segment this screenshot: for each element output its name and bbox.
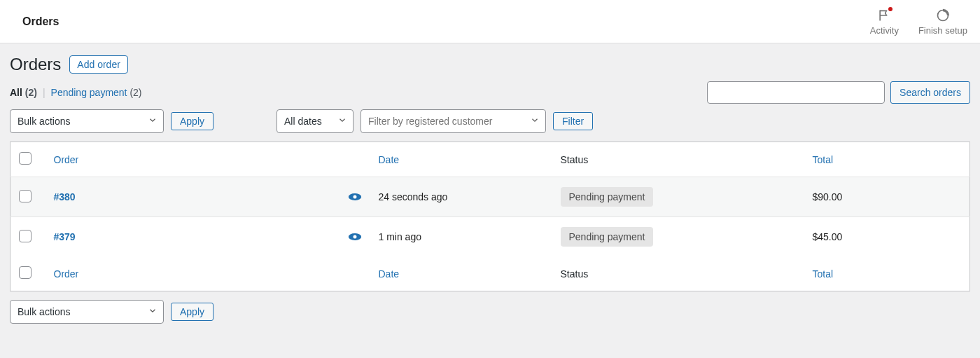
filter-all[interactable]: All (2) — [10, 87, 37, 98]
svg-point-4 — [353, 235, 356, 239]
date-filter-select[interactable]: All dates — [276, 109, 354, 133]
finish-setup-button[interactable]: Finish setup — [918, 8, 967, 36]
chevron-down-icon — [148, 116, 158, 128]
top-bar-actions: Activity Finish setup — [870, 8, 967, 36]
header-order[interactable]: Order — [46, 142, 340, 177]
add-order-button[interactable]: Add order — [69, 55, 127, 74]
select-all-checkbox[interactable] — [19, 152, 31, 165]
bulk-actions-select[interactable]: Bulk actions — [10, 109, 164, 133]
status-badge: Pending payment — [561, 227, 654, 247]
header-total[interactable]: Total — [804, 142, 970, 177]
chevron-down-icon — [530, 116, 540, 128]
preview-icon[interactable] — [348, 193, 362, 201]
footer-total[interactable]: Total — [804, 256, 970, 291]
footer-order[interactable]: Order — [46, 256, 340, 291]
select-all-checkbox-footer[interactable] — [19, 266, 31, 279]
footer-status: Status — [552, 256, 804, 291]
preview-icon[interactable] — [348, 233, 362, 241]
header-status: Status — [552, 142, 804, 177]
top-controls: Bulk actions Apply All dates Filter by r… — [10, 109, 970, 133]
search-group: Search orders — [707, 81, 970, 104]
svg-point-2 — [353, 195, 356, 199]
order-total: $90.00 — [804, 177, 970, 217]
apply-bulk-button-bottom[interactable]: Apply — [171, 303, 214, 321]
chevron-down-icon — [337, 116, 347, 128]
apply-bulk-button[interactable]: Apply — [171, 112, 214, 130]
top-bar: Orders Activity Finish setup — [0, 0, 980, 43]
header-date[interactable]: Date — [370, 142, 552, 177]
customer-filter-select[interactable]: Filter by registered customer — [360, 109, 546, 133]
bottom-controls: Bulk actions Apply — [10, 300, 970, 324]
search-orders-button[interactable]: Search orders — [890, 81, 970, 104]
order-date: 1 min ago — [370, 217, 552, 257]
order-link[interactable]: #379 — [54, 231, 76, 242]
filter-button[interactable]: Filter — [553, 112, 593, 130]
search-input[interactable] — [707, 81, 885, 104]
chevron-down-icon — [148, 306, 158, 318]
progress-circle-icon — [936, 8, 950, 23]
activity-label: Activity — [870, 25, 899, 36]
order-link[interactable]: #380 — [54, 191, 76, 202]
page-title: Orders — [10, 55, 61, 74]
row-checkbox[interactable] — [19, 230, 31, 242]
footer-date[interactable]: Date — [370, 256, 552, 291]
bulk-actions-select-bottom[interactable]: Bulk actions — [10, 300, 164, 324]
order-total: $45.00 — [804, 217, 970, 257]
table-row: #380 24 seconds ago Pending payment $90.… — [10, 177, 970, 217]
row-checkbox[interactable] — [19, 190, 31, 202]
order-date: 24 seconds ago — [370, 177, 552, 217]
finish-setup-label: Finish setup — [918, 25, 967, 36]
filter-pending[interactable]: Pending payment (2) — [51, 87, 142, 98]
top-bar-title: Orders — [13, 15, 59, 28]
orders-table: Order Date Status Total #380 24 seconds … — [10, 142, 970, 291]
page-heading-row: Orders Add order — [10, 55, 970, 74]
table-row: #379 1 min ago Pending payment $45.00 — [10, 217, 970, 257]
activity-button[interactable]: Activity — [870, 8, 899, 36]
status-filter-tabs: All (2) | Pending payment (2) — [10, 87, 142, 98]
flag-icon — [877, 8, 891, 23]
status-badge: Pending payment — [561, 187, 654, 207]
